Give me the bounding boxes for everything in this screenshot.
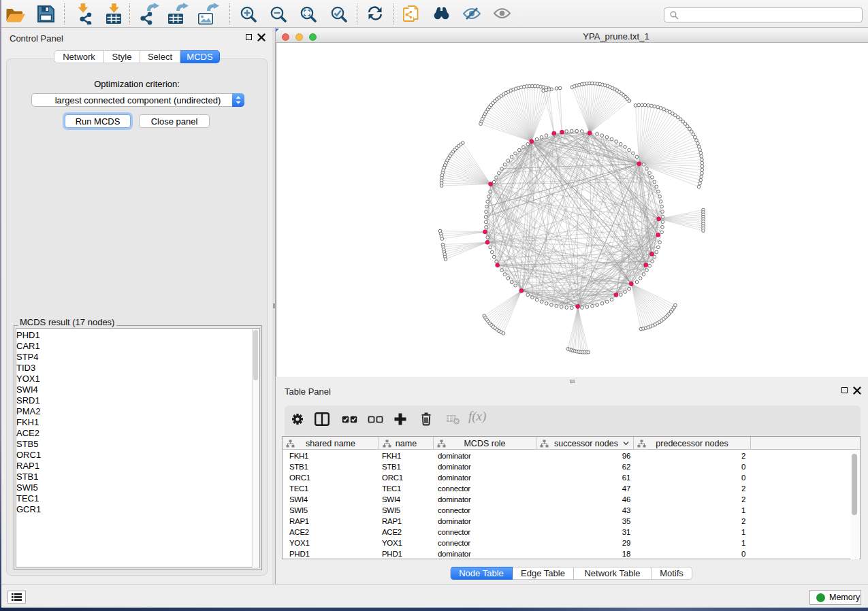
svg-text:f(x): f(x) (468, 410, 486, 424)
